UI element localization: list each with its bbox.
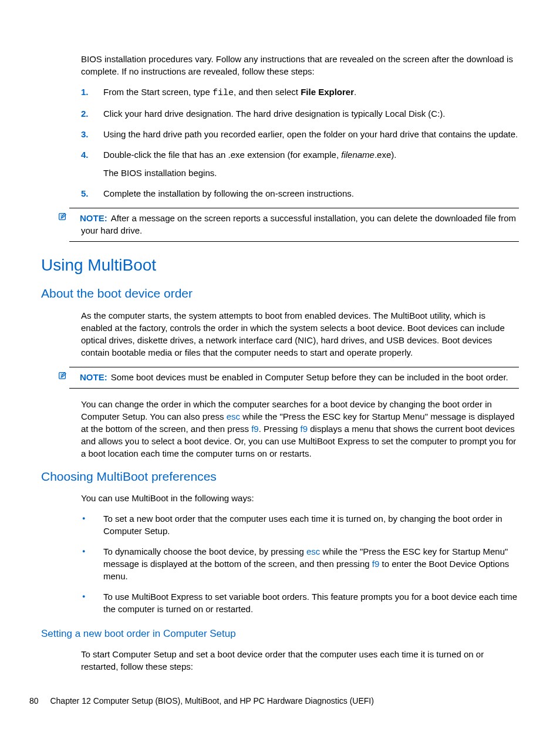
intro-paragraph: BIOS installation procedures vary. Follo… [81,53,519,77]
step-text: Complete the installation by following t… [103,188,354,198]
bullet-text: To set a new boot order that the compute… [103,514,502,536]
list-item: To set a new boot order that the compute… [81,512,519,537]
bullet-text: To use MultiBoot Express to set variable… [103,592,517,614]
step-number: 1. [81,86,89,98]
step-number: 4. [81,148,89,161]
text: . Pressing [259,424,301,434]
setting-paragraph: To start Computer Setup and set a boot d… [81,648,519,673]
list-item: To dynamically choose the boot device, b… [81,545,519,582]
note-label: NOTE: [80,372,107,382]
step-number: 3. [81,128,89,140]
step-3: 3. Using the hard drive path you recorde… [81,128,519,140]
code-text: file [212,88,234,98]
list-item: To use MultiBoot Express to set variable… [81,590,519,615]
step-text: .exe). [375,150,397,160]
note-icon [69,212,80,224]
bios-steps-list: 1. From the Start screen, type file, and… [81,86,519,200]
key-f9: f9 [372,559,380,569]
step-text: Double-click the file that has an .exe e… [103,150,341,160]
step-number: 2. [81,107,89,120]
italic-text: filename [341,150,375,160]
heading-about-boot-order: About the boot device order [41,285,519,302]
step-5: 5. Complete the installation by followin… [81,187,519,200]
key-esc: esc [306,546,320,556]
step-number: 5. [81,187,89,200]
key-f9: f9 [251,424,259,434]
change-order-paragraph: You can change the order in which the co… [81,398,519,460]
step-4: 4. Double-click the file that has an .ex… [81,148,519,179]
step-1: 1. From the Start screen, type file, and… [81,86,519,99]
step-text: Click your hard drive designation. The h… [103,109,446,119]
heading-setting-new-boot-order: Setting a new boot order in Computer Set… [41,627,519,641]
page-number: 80 [29,696,39,706]
step-text: . [354,87,356,97]
step-text: From the Start screen, type [103,87,212,97]
note-block-1: NOTE:After a message on the screen repor… [69,208,519,242]
step-text: , and then select [234,87,301,97]
note-label: NOTE: [80,213,107,223]
heading-choosing-preferences: Choosing MultiBoot preferences [41,468,519,485]
step-sub-paragraph: The BIOS installation begins. [103,167,519,179]
step-2: 2. Click your hard drive designation. Th… [81,107,519,120]
prefs-intro-paragraph: You can use MultiBoot in the following w… [81,492,519,504]
note-text: After a message on the screen reports a … [81,213,516,235]
bold-text: File Explorer [301,87,354,97]
page-footer: 80 Chapter 12 Computer Setup (BIOS), Mul… [29,696,374,707]
about-paragraph: As the computer starts, the system attem… [81,309,519,359]
heading-using-multiboot: Using MultiBoot [41,254,519,276]
multiboot-ways-list: To set a new boot order that the compute… [81,512,519,615]
key-esc: esc [227,411,240,421]
chapter-title: Chapter 12 Computer Setup (BIOS), MultiB… [50,696,373,706]
step-text: Using the hard drive path you recorded e… [103,129,518,139]
note-icon [69,371,80,383]
key-f9: f9 [301,424,308,434]
note-text: Some boot devices must be enabled in Com… [111,372,508,382]
note-block-2: NOTE:Some boot devices must be enabled i… [69,367,519,389]
text: To dynamically choose the boot device, b… [103,546,306,556]
